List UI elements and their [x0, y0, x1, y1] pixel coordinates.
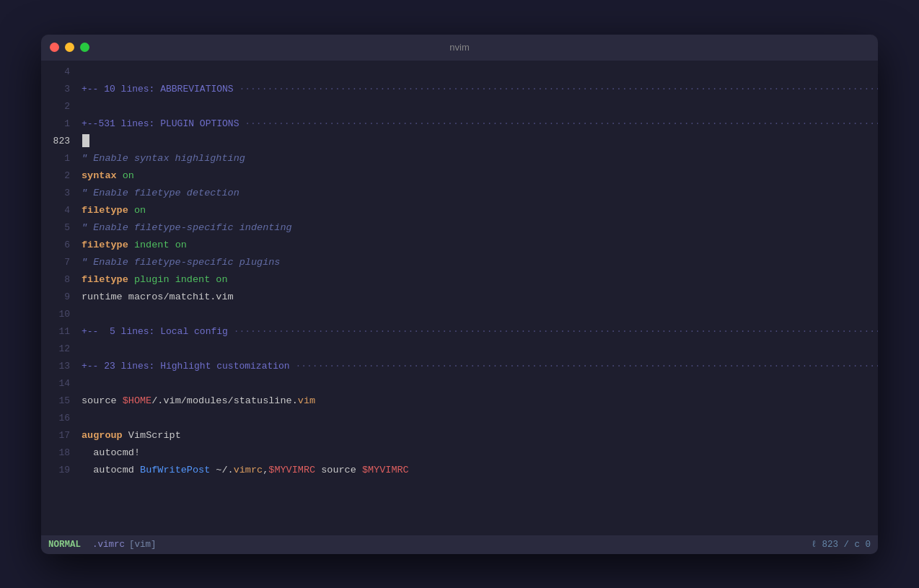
keyword: filetype [82, 205, 128, 216]
minimize-button[interactable] [65, 43, 74, 52]
line-row: 3 +-- 10 lines: ABBREVIATIONS ··········… [41, 81, 878, 98]
titlebar: nvim [41, 35, 878, 61]
line-number: 5 [41, 219, 79, 237]
line-row: 15 source $HOME/.vim/modules/statusline.… [41, 392, 878, 410]
keyword: autocmd! [93, 447, 140, 458]
editor: 4 3 +-- 10 lines: ABBREVIATIONS ········… [41, 61, 878, 554]
line-row: 10 [41, 306, 878, 323]
line-number: 16 [41, 410, 79, 427]
keyword: source [82, 395, 117, 406]
line-content: filetype indent on [79, 237, 878, 254]
line-row: 16 [41, 410, 878, 427]
line-row: 4 filetype on [41, 202, 878, 219]
line-number: 8 [41, 271, 79, 289]
comment-text: " Enable filetype-specific indenting [82, 222, 292, 233]
line-content: autocmd BufWritePost ~/.vimrc,$MYVIMRC s… [79, 462, 878, 479]
line-content: filetype plugin indent on [79, 271, 878, 289]
cursor [82, 134, 89, 147]
line-content: " Enable filetype-specific plugins [79, 254, 878, 271]
line-row: 823 [41, 133, 878, 150]
line-content: source $HOME/.vim/modules/statusline.vim [79, 392, 878, 410]
line-row: 8 filetype plugin indent on [41, 271, 878, 289]
keyword: runtime [82, 291, 123, 302]
line-content: autocmd! [79, 444, 878, 462]
line-number: 1 [41, 115, 79, 133]
line-content: " Enable syntax highlighting [79, 150, 878, 167]
keyword-value: on [134, 205, 146, 216]
line-content: runtime macros/matchit.vim [79, 289, 878, 306]
line-row: 13 +-- 23 lines: Highlight customization… [41, 358, 878, 375]
line-row: 12 [41, 341, 878, 358]
line-number: 3 [41, 81, 79, 98]
line-content: " Enable filetype-specific indenting [79, 219, 878, 237]
line-row: 4 [41, 63, 878, 81]
line-content: syntax on [79, 167, 878, 185]
line-row: 14 [41, 375, 878, 392]
line-number-current: 823 [41, 133, 79, 150]
line-number: 17 [41, 427, 79, 444]
line-row: 3 " Enable filetype detection [41, 185, 878, 202]
keyword-value: plugin [134, 274, 170, 285]
line-number: 15 [41, 392, 79, 410]
keyword: syntax [82, 170, 117, 181]
statusline: NORMAL .vimrc [vim] ℓ 823 / c 0 [41, 535, 878, 554]
augroup-name: VimScript [128, 430, 181, 441]
keyword-value: on [123, 170, 134, 181]
line-row: 2 syntax on [41, 167, 878, 185]
line-number: 7 [41, 254, 79, 271]
line-number: 11 [41, 323, 79, 341]
file-ext: vim [298, 395, 315, 406]
line-number: 6 [41, 237, 79, 254]
line-row: 7 " Enable filetype-specific plugins [41, 254, 878, 271]
keyword: filetype [82, 240, 128, 250]
line-number: 4 [41, 63, 79, 81]
line-content [79, 133, 878, 150]
keyword-value: on [216, 274, 227, 285]
keyword: augroup [82, 430, 123, 441]
env-var: $MYVIMRC [362, 465, 409, 475]
status-position: ℓ 823 / c 0 [811, 540, 871, 550]
editor-content[interactable]: 4 3 +-- 10 lines: ABBREVIATIONS ········… [41, 61, 878, 535]
line-content: +-- 5 lines: Local config ··············… [79, 323, 878, 341]
keyword: filetype [82, 274, 128, 285]
comment-text: " Enable filetype detection [82, 188, 239, 198]
autocmd-event: BufWritePost [140, 465, 210, 475]
line-content: +-- 23 lines: Highlight customization ··… [79, 358, 878, 375]
line-number: 19 [41, 462, 79, 479]
keyword-value: on [175, 240, 187, 250]
status-mode: NORMAL [48, 540, 81, 550]
line-row: 9 runtime macros/matchit.vim [41, 289, 878, 306]
line-number: 10 [41, 306, 79, 323]
comment-text: " Enable syntax highlighting [82, 153, 245, 164]
file-ref: vimrc [234, 465, 263, 475]
line-row: 1 " Enable syntax highlighting [41, 150, 878, 167]
keyword: autocmd [93, 465, 134, 475]
line-row: 6 filetype indent on [41, 237, 878, 254]
window-title: nvim [449, 42, 469, 53]
status-file: .vimrc [92, 540, 125, 550]
line-content: filetype on [79, 202, 878, 219]
line-number: 3 [41, 185, 79, 202]
line-row: 18 autocmd! [41, 444, 878, 462]
line-number: 12 [41, 341, 79, 358]
close-button[interactable] [50, 43, 59, 52]
traffic-lights [50, 43, 89, 52]
env-var: $MYVIMRC [268, 465, 315, 475]
line-content: " Enable filetype detection [79, 185, 878, 202]
window: nvim 4 3 +-- 10 lines: ABBREVIATIONS ···… [41, 35, 878, 554]
line-number: 9 [41, 289, 79, 306]
line-content: augroup VimScript [79, 427, 878, 444]
line-number: 13 [41, 358, 79, 375]
maximize-button[interactable] [80, 43, 89, 52]
line-number: 2 [41, 98, 79, 115]
env-var: $HOME [123, 395, 152, 406]
line-row: 1 +--531 lines: PLUGIN OPTIONS ·········… [41, 115, 878, 133]
line-number: 2 [41, 167, 79, 185]
line-number: 4 [41, 202, 79, 219]
line-row: 17 augroup VimScript [41, 427, 878, 444]
line-content: +-- 10 lines: ABBREVIATIONS ············… [79, 81, 878, 98]
line-number: 14 [41, 375, 79, 392]
line-number: 1 [41, 150, 79, 167]
keyword-value: indent [175, 274, 211, 285]
line-row: 11 +-- 5 lines: Local config ···········… [41, 323, 878, 341]
